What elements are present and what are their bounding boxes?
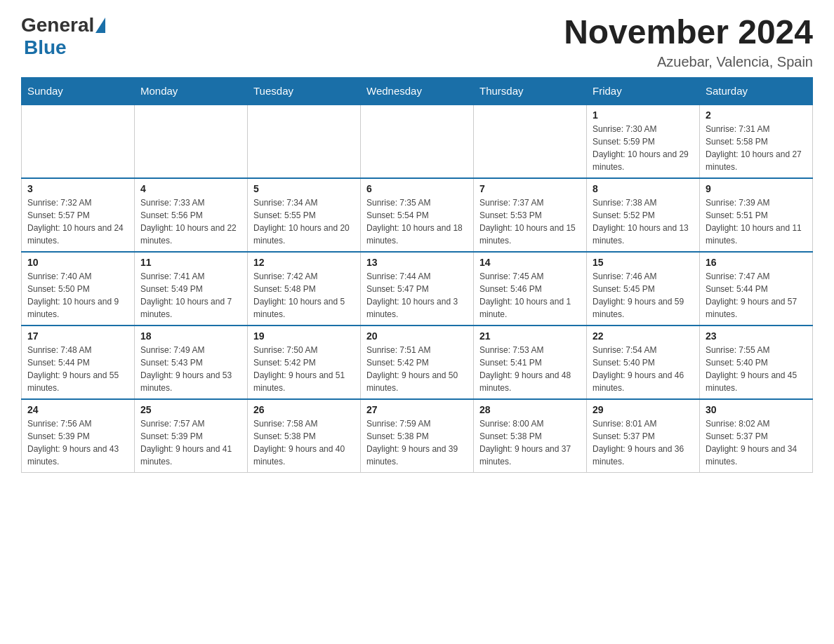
day-info: Sunrise: 7:55 AMSunset: 5:40 PMDaylight:…	[706, 344, 807, 394]
calendar-cell: 4Sunrise: 7:33 AMSunset: 5:56 PMDaylight…	[135, 178, 248, 252]
day-info: Sunrise: 7:46 AMSunset: 5:45 PMDaylight:…	[593, 270, 694, 321]
calendar-cell: 15Sunrise: 7:46 AMSunset: 5:45 PMDayligh…	[587, 252, 700, 326]
calendar-cell: 29Sunrise: 8:01 AMSunset: 5:37 PMDayligh…	[587, 399, 700, 473]
day-number: 5	[253, 183, 355, 194]
day-number: 23	[706, 330, 807, 342]
calendar-cell: 9Sunrise: 7:39 AMSunset: 5:51 PMDaylight…	[700, 178, 813, 252]
day-number: 11	[140, 257, 241, 268]
day-number: 18	[140, 330, 241, 342]
weekday-header-thursday: Thursday	[474, 77, 587, 105]
month-year-title: November 2024	[564, 14, 813, 51]
calendar-cell: 7Sunrise: 7:37 AMSunset: 5:53 PMDaylight…	[474, 178, 587, 252]
day-info: Sunrise: 7:35 AMSunset: 5:54 PMDaylight:…	[366, 196, 468, 247]
weekday-header-tuesday: Tuesday	[248, 77, 361, 105]
day-number: 7	[479, 183, 581, 194]
day-info: Sunrise: 7:47 AMSunset: 5:44 PMDaylight:…	[706, 270, 807, 321]
day-number: 9	[706, 183, 807, 194]
calendar-cell: 2Sunrise: 7:31 AMSunset: 5:58 PMDaylight…	[700, 105, 813, 178]
day-number: 21	[479, 330, 581, 342]
calendar-cell	[474, 105, 587, 178]
day-number: 20	[366, 330, 468, 342]
day-info: Sunrise: 7:30 AMSunset: 5:59 PMDaylight:…	[593, 123, 694, 173]
day-number: 28	[479, 404, 581, 415]
title-section: November 2024 Azuebar, Valencia, Spain	[564, 14, 813, 70]
day-info: Sunrise: 7:59 AMSunset: 5:38 PMDaylight:…	[366, 417, 468, 468]
day-number: 1	[593, 109, 694, 121]
day-info: Sunrise: 7:53 AMSunset: 5:41 PMDaylight:…	[479, 344, 581, 394]
calendar-cell: 17Sunrise: 7:48 AMSunset: 5:44 PMDayligh…	[22, 326, 135, 399]
day-info: Sunrise: 8:00 AMSunset: 5:38 PMDaylight:…	[479, 417, 581, 468]
day-info: Sunrise: 7:38 AMSunset: 5:52 PMDaylight:…	[593, 196, 694, 247]
calendar-cell: 25Sunrise: 7:57 AMSunset: 5:39 PMDayligh…	[135, 399, 248, 473]
weekday-header-sunday: Sunday	[22, 77, 135, 105]
calendar-cell: 23Sunrise: 7:55 AMSunset: 5:40 PMDayligh…	[700, 326, 813, 399]
calendar-cell: 20Sunrise: 7:51 AMSunset: 5:42 PMDayligh…	[361, 326, 474, 399]
calendar-cell: 8Sunrise: 7:38 AMSunset: 5:52 PMDaylight…	[587, 178, 700, 252]
day-number: 17	[27, 330, 128, 342]
day-number: 14	[479, 257, 581, 268]
logo-blue-text: Blue	[24, 36, 67, 58]
day-info: Sunrise: 7:42 AMSunset: 5:48 PMDaylight:…	[253, 270, 355, 321]
day-info: Sunrise: 7:57 AMSunset: 5:39 PMDaylight:…	[140, 417, 241, 468]
page-header: General Blue November 2024 Azuebar, Vale…	[21, 14, 813, 70]
day-info: Sunrise: 8:01 AMSunset: 5:37 PMDaylight:…	[593, 417, 694, 468]
calendar-cell: 18Sunrise: 7:49 AMSunset: 5:43 PMDayligh…	[135, 326, 248, 399]
weekday-header-monday: Monday	[135, 77, 248, 105]
day-number: 12	[253, 257, 355, 268]
calendar-cell: 3Sunrise: 7:32 AMSunset: 5:57 PMDaylight…	[22, 178, 135, 252]
day-number: 2	[706, 109, 807, 121]
day-info: Sunrise: 7:51 AMSunset: 5:42 PMDaylight:…	[366, 344, 468, 394]
day-info: Sunrise: 7:56 AMSunset: 5:39 PMDaylight:…	[27, 417, 128, 468]
day-info: Sunrise: 7:33 AMSunset: 5:56 PMDaylight:…	[140, 196, 241, 247]
calendar-cell	[22, 105, 135, 178]
day-info: Sunrise: 7:58 AMSunset: 5:38 PMDaylight:…	[253, 417, 355, 468]
day-number: 15	[593, 257, 694, 268]
day-info: Sunrise: 7:44 AMSunset: 5:47 PMDaylight:…	[366, 270, 468, 321]
day-info: Sunrise: 7:49 AMSunset: 5:43 PMDaylight:…	[140, 344, 241, 394]
calendar-cell: 19Sunrise: 7:50 AMSunset: 5:42 PMDayligh…	[248, 326, 361, 399]
day-number: 4	[140, 183, 241, 194]
calendar-cell: 12Sunrise: 7:42 AMSunset: 5:48 PMDayligh…	[248, 252, 361, 326]
day-info: Sunrise: 7:34 AMSunset: 5:55 PMDaylight:…	[253, 196, 355, 247]
logo-general-text: General	[21, 14, 94, 36]
calendar-cell: 21Sunrise: 7:53 AMSunset: 5:41 PMDayligh…	[474, 326, 587, 399]
day-info: Sunrise: 7:41 AMSunset: 5:49 PMDaylight:…	[140, 270, 241, 321]
day-number: 26	[253, 404, 355, 415]
calendar-cell: 16Sunrise: 7:47 AMSunset: 5:44 PMDayligh…	[700, 252, 813, 326]
calendar-cell: 11Sunrise: 7:41 AMSunset: 5:49 PMDayligh…	[135, 252, 248, 326]
calendar-cell: 22Sunrise: 7:54 AMSunset: 5:40 PMDayligh…	[587, 326, 700, 399]
calendar-cell: 1Sunrise: 7:30 AMSunset: 5:59 PMDaylight…	[587, 105, 700, 178]
day-info: Sunrise: 7:40 AMSunset: 5:50 PMDaylight:…	[27, 270, 128, 321]
calendar-table: SundayMondayTuesdayWednesdayThursdayFrid…	[21, 77, 813, 473]
calendar-week-row: 3Sunrise: 7:32 AMSunset: 5:57 PMDaylight…	[22, 178, 813, 252]
day-number: 8	[593, 183, 694, 194]
day-info: Sunrise: 7:54 AMSunset: 5:40 PMDaylight:…	[593, 344, 694, 394]
calendar-cell: 28Sunrise: 8:00 AMSunset: 5:38 PMDayligh…	[474, 399, 587, 473]
day-number: 3	[27, 183, 128, 194]
day-number: 30	[706, 404, 807, 415]
calendar-cell: 24Sunrise: 7:56 AMSunset: 5:39 PMDayligh…	[22, 399, 135, 473]
calendar-cell: 27Sunrise: 7:59 AMSunset: 5:38 PMDayligh…	[361, 399, 474, 473]
day-number: 24	[27, 404, 128, 415]
day-number: 27	[366, 404, 468, 415]
day-info: Sunrise: 7:31 AMSunset: 5:58 PMDaylight:…	[706, 123, 807, 173]
weekday-header-friday: Friday	[587, 77, 700, 105]
logo-triangle-icon	[95, 18, 105, 33]
calendar-cell: 13Sunrise: 7:44 AMSunset: 5:47 PMDayligh…	[361, 252, 474, 326]
calendar-cell: 26Sunrise: 7:58 AMSunset: 5:38 PMDayligh…	[248, 399, 361, 473]
day-number: 19	[253, 330, 355, 342]
calendar-week-row: 10Sunrise: 7:40 AMSunset: 5:50 PMDayligh…	[22, 252, 813, 326]
day-info: Sunrise: 7:50 AMSunset: 5:42 PMDaylight:…	[253, 344, 355, 394]
day-info: Sunrise: 7:39 AMSunset: 5:51 PMDaylight:…	[706, 196, 807, 247]
calendar-week-row: 24Sunrise: 7:56 AMSunset: 5:39 PMDayligh…	[22, 399, 813, 473]
day-number: 25	[140, 404, 241, 415]
day-number: 22	[593, 330, 694, 342]
weekday-header-saturday: Saturday	[700, 77, 813, 105]
weekday-header-row: SundayMondayTuesdayWednesdayThursdayFrid…	[22, 77, 813, 105]
calendar-cell	[248, 105, 361, 178]
day-number: 10	[27, 257, 128, 268]
day-info: Sunrise: 7:37 AMSunset: 5:53 PMDaylight:…	[479, 196, 581, 247]
calendar-cell	[361, 105, 474, 178]
day-info: Sunrise: 7:32 AMSunset: 5:57 PMDaylight:…	[27, 196, 128, 247]
calendar-cell: 14Sunrise: 7:45 AMSunset: 5:46 PMDayligh…	[474, 252, 587, 326]
